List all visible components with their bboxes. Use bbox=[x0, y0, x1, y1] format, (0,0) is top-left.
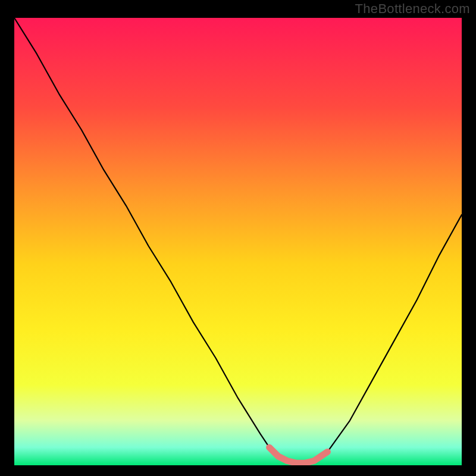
watermark-text: TheBottleneck.com bbox=[355, 1, 470, 17]
bottleneck-chart bbox=[14, 18, 462, 465]
